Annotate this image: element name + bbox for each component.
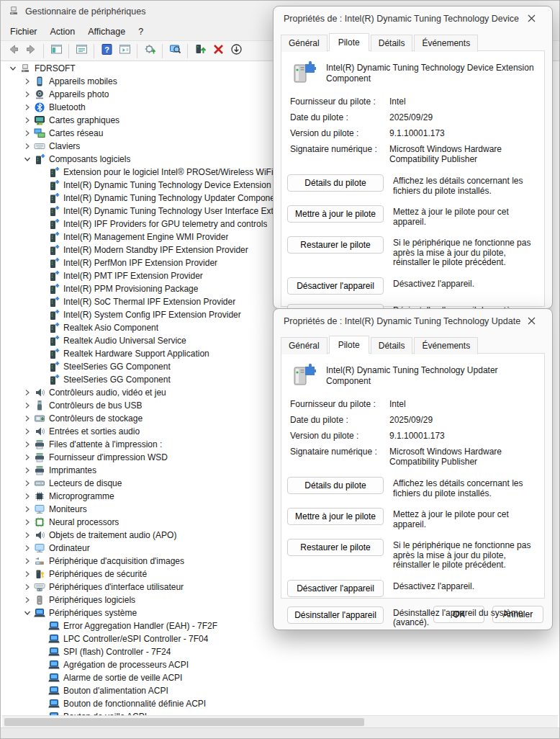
action-pane-button[interactable]: [117, 43, 132, 59]
swcomp-icon: [48, 348, 60, 359]
tab-general[interactable]: Général: [281, 35, 328, 52]
tree-item[interactable]: Bouton d'alimentation ACPI: [2, 684, 558, 697]
expand-icon[interactable]: [22, 506, 32, 513]
expand-icon[interactable]: [22, 519, 32, 526]
close-icon[interactable]: [520, 313, 542, 330]
window-bottom-edge: [1, 727, 559, 738]
disable-device-button[interactable]: Désactiver l'appareil: [287, 277, 384, 295]
tree-item[interactable]: Bouton de veille ACPI: [2, 710, 558, 715]
device-icon: [290, 362, 316, 390]
menu-affichage[interactable]: Affichage: [81, 24, 132, 40]
toolbar-separator: [94, 44, 94, 58]
speaker-icon: [34, 426, 45, 437]
tab-pilote[interactable]: Pilote: [329, 336, 369, 354]
tab-details[interactable]: Détails: [371, 35, 413, 52]
driver-details-button[interactable]: Détails du pilote: [287, 477, 384, 494]
expand-icon[interactable]: [22, 78, 32, 85]
expand-icon[interactable]: [22, 143, 32, 150]
expand-icon[interactable]: [22, 545, 32, 552]
tree-item-label: Contrôleurs audio, vidéo et jeu: [49, 388, 166, 398]
help-button[interactable]: ?: [99, 43, 114, 59]
tree-item[interactable]: Alarme de sortie de veille ACPI: [2, 671, 558, 684]
tree-item-label: Error Aggregation Handler (EAH) - 7F2F: [63, 621, 217, 631]
update-driver-button[interactable]: Mettre à jour le pilote: [287, 508, 384, 525]
collapse-icon[interactable]: [22, 156, 32, 163]
field-value: Microsoft Windows Hardware Compatibility…: [389, 447, 537, 467]
expand-icon[interactable]: [22, 480, 32, 487]
tab-evenements[interactable]: Événements: [414, 337, 478, 354]
properties-icon: [76, 43, 88, 58]
expand-icon[interactable]: [22, 570, 32, 578]
expand-icon[interactable]: [22, 104, 32, 111]
tree-item[interactable]: Agrégation de processeurs ACPI: [2, 658, 558, 671]
expand-icon[interactable]: [22, 454, 32, 461]
update-driver-button[interactable]: Mettre à jour le pilote: [287, 205, 384, 223]
expand-icon[interactable]: [22, 389, 32, 396]
tree-item-label: Ordinateur: [49, 543, 90, 553]
rollback-driver-button[interactable]: Restaurer le pilote: [287, 539, 384, 556]
expand-icon[interactable]: [22, 596, 32, 604]
console-tree-button[interactable]: [48, 43, 64, 59]
disable-device-button[interactable]: Désactiver l'appareil: [287, 580, 384, 597]
menu-aide[interactable]: ?: [132, 24, 150, 40]
update-driver-button[interactable]: [192, 43, 208, 59]
expand-icon[interactable]: [22, 493, 32, 500]
expand-icon[interactable]: [22, 428, 32, 435]
expand-icon[interactable]: [22, 117, 32, 124]
tree-item-label: FDRSOFT: [35, 63, 76, 73]
scrollbar-thumb[interactable]: [4, 718, 364, 726]
rollback-driver-button[interactable]: Restaurer le pilote: [287, 236, 384, 254]
neural-icon: [34, 516, 45, 528]
collapse-icon[interactable]: [8, 65, 18, 72]
uninstall-button[interactable]: [210, 43, 226, 59]
uninstall-device-button[interactable]: Désinstaller l'appareil: [287, 606, 384, 624]
tab-general[interactable]: Général: [281, 337, 328, 354]
tree-item[interactable]: SPI (flash) Controller - 7F24: [2, 645, 558, 658]
expand-icon[interactable]: [22, 91, 32, 98]
expand-icon[interactable]: [22, 402, 32, 409]
expand-icon[interactable]: [22, 467, 32, 474]
back-button[interactable]: [5, 43, 21, 59]
swcomp-icon: [48, 335, 60, 346]
expand-icon[interactable]: [22, 532, 32, 539]
tree-item-label: Extension pour le logiciel Intel® PROSet…: [63, 167, 274, 177]
tree-item-label: Realtek Asio Component: [63, 323, 158, 333]
expand-icon[interactable]: [22, 441, 32, 448]
tab-pilote[interactable]: Pilote: [329, 33, 369, 51]
disable-button[interactable]: [228, 43, 244, 59]
driver-details-button[interactable]: Détails du pilote: [287, 174, 384, 192]
tree-item[interactable]: LPC Controller/eSPI Controller - 7F04: [2, 632, 558, 645]
horizontal-scrollbar[interactable]: [2, 715, 558, 727]
scan-hardware-button[interactable]: [142, 43, 158, 59]
tree-item[interactable]: Bouton de fonctionnalité définie ACPI: [2, 697, 558, 710]
tab-details[interactable]: Détails: [371, 337, 413, 354]
menu-fichier[interactable]: Fichier: [4, 24, 44, 40]
screen: Gestionnaire de périphériques Fichier Ac…: [0, 0, 560, 739]
tree-item-label: Intel(R) SoC Thermal IPF Extension Provi…: [63, 297, 235, 307]
expand-icon[interactable]: [22, 415, 32, 422]
properties-button[interactable]: [73, 43, 89, 59]
menu-action[interactable]: Action: [44, 24, 82, 40]
tab-evenements[interactable]: Événements: [414, 35, 478, 52]
tree-item-label: SteelSeries GG Component: [63, 375, 171, 385]
expand-icon[interactable]: [22, 130, 32, 137]
collapse-icon[interactable]: [22, 609, 32, 617]
button-description: Désactivez l'appareil.: [393, 580, 537, 592]
update-driver-icon: [194, 43, 207, 58]
tree-item-label: Claviers: [49, 141, 80, 151]
search-computer-button[interactable]: [167, 43, 183, 59]
network-icon: [34, 127, 45, 139]
forward-button[interactable]: [23, 43, 39, 59]
expand-icon[interactable]: [22, 583, 32, 591]
help-icon: ?: [101, 43, 113, 58]
tree-item-label: Appareils photo: [49, 89, 109, 99]
expand-icon[interactable]: [22, 557, 32, 565]
swcomp-icon: [48, 205, 60, 217]
tree-item-label: Composants logiciels: [49, 154, 130, 164]
tree-item-label: Intel(R) Management Engine WMI Provider: [63, 232, 228, 242]
close-icon[interactable]: [520, 10, 542, 27]
speaker-icon: [34, 387, 45, 398]
field-label: Fournisseur du pilote :: [290, 399, 389, 409]
swcomp-icon: [48, 322, 60, 333]
dialog-title: Propriétés de : Intel(R) Dynamic Tuning …: [284, 14, 520, 24]
